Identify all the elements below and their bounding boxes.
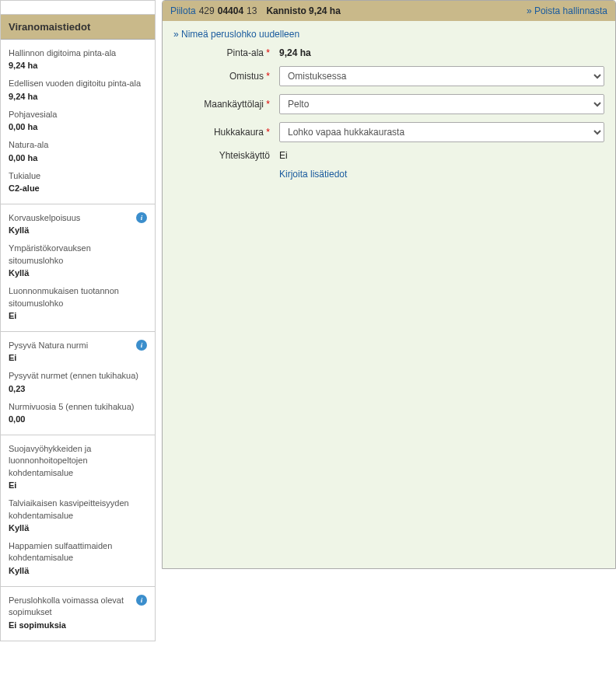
value: 0,00 ha xyxy=(9,153,147,162)
form-row-area: Pinta-ala * 9,24 ha xyxy=(173,47,604,58)
remove-link[interactable]: » Poista hallinnasta xyxy=(527,5,607,16)
label: Edellisen vuoden digitoitu pinta-ala xyxy=(9,78,147,89)
sidebar-section-areas: Hallinnon digitoima pinta-ala 9,24 ha Ed… xyxy=(1,40,155,204)
sidebar-item: Edellisen vuoden digitoitu pinta-ala 9,2… xyxy=(9,78,147,100)
label: Talviaikaisen kasvipeitteisyyden kohdent… xyxy=(9,498,147,522)
sidebar-item: Natura-ala 0,00 ha xyxy=(9,139,147,162)
parcel-panel: Piilota 429 04404 13 Kannisto 9,24 ha » … xyxy=(162,0,616,569)
info-icon[interactable]: i xyxy=(136,212,147,223)
landuse-select[interactable]: Pelto xyxy=(279,94,604,114)
sidebar-section-natura: i Pysyvä Natura nurmi Ei Pysyvät nurmet … xyxy=(1,332,155,435)
sidebar-item: Pohjavesiala 0,00 ha xyxy=(9,109,147,131)
wildoat-label: Hukkakaura xyxy=(214,127,264,138)
ownership-label: Omistus xyxy=(229,71,264,82)
form-row-writemore: Kirjoita lisätiedot xyxy=(173,169,604,180)
value: Kyllä xyxy=(9,523,147,533)
form-row-landuse: Maankäyttölaji * Pelto xyxy=(173,94,604,114)
shared-value: Ei xyxy=(275,150,288,161)
sidebar-section-eligibility: i Korvauskelpoisuus Kyllä Ympäristökorva… xyxy=(1,204,155,332)
value: Ei sopimuksia xyxy=(9,620,147,630)
parcel-id-part1: 429 xyxy=(199,5,215,16)
form-row-ownership: Omistus * Omistuksessa xyxy=(173,66,604,86)
area-value: 9,24 ha xyxy=(275,47,311,58)
ownership-select[interactable]: Omistuksessa xyxy=(279,66,604,86)
value: 0,23 xyxy=(9,384,147,393)
label: Pysyvät nurmet (ennen tukihakua) xyxy=(9,370,147,382)
required-icon: * xyxy=(266,127,270,138)
parcel-name: Kannisto 9,24 ha xyxy=(266,5,340,16)
value: Ei xyxy=(9,480,147,490)
form-row-wildoat: Hukkakaura * Lohko vapaa hukkakaurasta xyxy=(173,122,604,142)
main-content: Piilota 429 04404 13 Kannisto 9,24 ha » … xyxy=(156,0,616,641)
label: Pysyvä Natura nurmi xyxy=(9,340,147,351)
sidebar-top-spacer xyxy=(0,0,156,14)
panel-header: Piilota 429 04404 13 Kannisto 9,24 ha » … xyxy=(163,1,615,21)
value: Kyllä xyxy=(9,268,147,278)
label: Happamien sulfaattimaiden kohdentamisalu… xyxy=(9,540,147,564)
value: C2-alue xyxy=(9,183,147,193)
value: Kyllä xyxy=(9,566,147,575)
area-label: Pinta-ala xyxy=(227,47,264,58)
value: Ei xyxy=(9,353,147,362)
label: Pohjavesiala xyxy=(9,109,147,120)
sidebar-item: Pysyvät nurmet (ennen tukihakua) 0,23 xyxy=(9,370,147,393)
label: Ympäristökorvauksen sitoumuslohko xyxy=(9,243,147,267)
info-icon[interactable]: i xyxy=(136,340,147,351)
label: Suojavyöhykkeiden ja luonnonhoitopeltoje… xyxy=(9,443,147,479)
sidebar-item: Korvauskelpoisuus Kyllä xyxy=(9,212,147,235)
write-more-link[interactable]: Kirjoita lisätiedot xyxy=(275,169,347,180)
label: Korvauskelpoisuus xyxy=(9,212,147,224)
sidebar-item: Talviaikaisen kasvipeitteisyyden kohdent… xyxy=(9,498,147,533)
panel-body: » Nimeä peruslohko uudelleen Pinta-ala *… xyxy=(163,21,615,568)
label: Luonnonmukaisen tuotannon sitoumuslohko xyxy=(9,285,147,309)
form-row-shared: Yhteiskäyttö Ei xyxy=(173,150,604,161)
value: 0,00 xyxy=(9,414,147,424)
sidebar-item: Nurmivuosia 5 (ennen tukihakua) 0,00 xyxy=(9,401,147,424)
required-icon: * xyxy=(266,99,270,110)
sidebar-item: Suojavyöhykkeiden ja luonnonhoitopeltoje… xyxy=(9,443,147,490)
value: 9,24 ha xyxy=(9,92,147,101)
wildoat-select[interactable]: Lohko vapaa hukkakaurasta xyxy=(279,122,604,142)
landuse-label: Maankäyttölaji xyxy=(204,99,264,110)
label: Hallinnon digitoima pinta-ala xyxy=(9,47,147,59)
hide-link[interactable]: Piilota xyxy=(170,5,196,16)
sidebar-section-contracts: i Peruslohkolla voimassa olevat sopimuks… xyxy=(1,587,155,641)
sidebar-item: Tukialue C2-alue xyxy=(9,170,147,193)
sidebar-item: Ympäristökorvauksen sitoumuslohko Kyllä xyxy=(9,243,147,278)
sidebar-section-zones: Suojavyöhykkeiden ja luonnonhoitopeltoje… xyxy=(1,435,155,587)
label: Peruslohkolla voimassa olevat sopimukset xyxy=(9,595,147,619)
rename-link[interactable]: » Nimeä peruslohko uudelleen xyxy=(173,29,299,40)
value: 9,24 ha xyxy=(9,61,147,70)
value: Ei xyxy=(9,311,147,320)
value: Kyllä xyxy=(9,225,147,235)
sidebar-item: Hallinnon digitoima pinta-ala 9,24 ha xyxy=(9,47,147,70)
required-icon: * xyxy=(266,71,270,82)
required-icon: * xyxy=(266,47,270,58)
sidebar-item: Pysyvä Natura nurmi Ei xyxy=(9,340,147,362)
label: Tukialue xyxy=(9,170,147,182)
parcel-id-part2: 04404 xyxy=(218,5,243,16)
label: Natura-ala xyxy=(9,139,147,151)
shared-label: Yhteiskäyttö xyxy=(219,150,270,161)
sidebar-title: Viranomaistiedot xyxy=(1,15,155,40)
sidebar: Viranomaistiedot Hallinnon digitoima pin… xyxy=(0,14,156,641)
parcel-id-part3: 13 xyxy=(247,5,257,16)
sidebar-item: Peruslohkolla voimassa olevat sopimukset… xyxy=(9,595,147,630)
value: 0,00 ha xyxy=(9,122,147,131)
sidebar-item: Happamien sulfaattimaiden kohdentamisalu… xyxy=(9,540,147,575)
label: Nurmivuosia 5 (ennen tukihakua) xyxy=(9,401,147,413)
info-icon[interactable]: i xyxy=(136,595,147,606)
sidebar-item: Luonnonmukaisen tuotannon sitoumuslohko … xyxy=(9,285,147,320)
